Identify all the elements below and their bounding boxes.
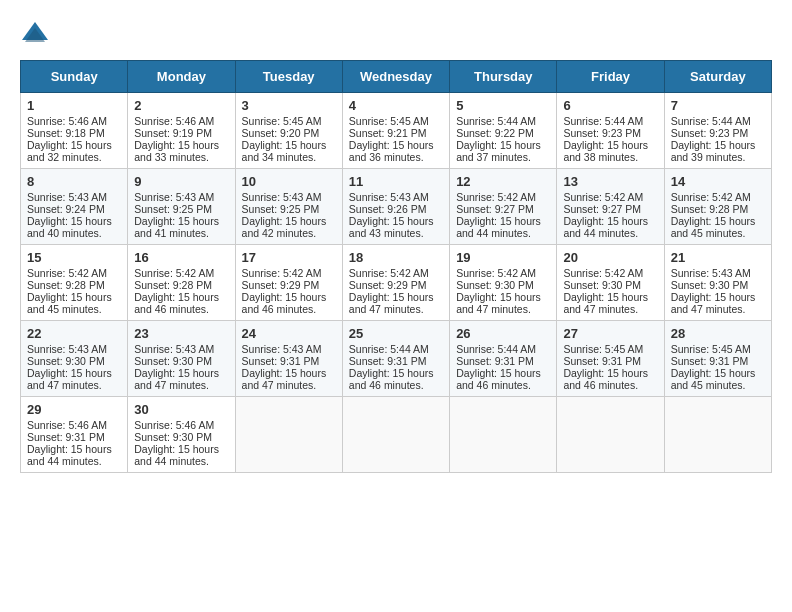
cell-line: Sunrise: 5:44 AM bbox=[456, 343, 550, 355]
cell-line: Daylight: 15 hours bbox=[134, 443, 228, 455]
cell-line: Sunset: 9:27 PM bbox=[456, 203, 550, 215]
cell-line: and 45 minutes. bbox=[27, 303, 121, 315]
cell-line: and 44 minutes. bbox=[27, 455, 121, 467]
cell-line: Sunset: 9:24 PM bbox=[27, 203, 121, 215]
cell-line: Sunrise: 5:45 AM bbox=[349, 115, 443, 127]
cell-line: Sunset: 9:30 PM bbox=[456, 279, 550, 291]
cell-line: Sunset: 9:25 PM bbox=[242, 203, 336, 215]
day-number: 26 bbox=[456, 326, 550, 341]
cell-line: Sunrise: 5:44 AM bbox=[456, 115, 550, 127]
cell-line: and 44 minutes. bbox=[134, 455, 228, 467]
cell-line: Sunrise: 5:42 AM bbox=[456, 191, 550, 203]
cell-line: Sunrise: 5:44 AM bbox=[671, 115, 765, 127]
logo bbox=[20, 20, 52, 50]
cell-line: Daylight: 15 hours bbox=[563, 139, 657, 151]
day-number: 18 bbox=[349, 250, 443, 265]
cell-line: Daylight: 15 hours bbox=[242, 291, 336, 303]
cell-line: and 36 minutes. bbox=[349, 151, 443, 163]
calendar-cell: 27Sunrise: 5:45 AMSunset: 9:31 PMDayligh… bbox=[557, 321, 664, 397]
day-number: 16 bbox=[134, 250, 228, 265]
column-header-friday: Friday bbox=[557, 61, 664, 93]
calendar-row: 29Sunrise: 5:46 AMSunset: 9:31 PMDayligh… bbox=[21, 397, 772, 473]
cell-line: Sunset: 9:31 PM bbox=[563, 355, 657, 367]
calendar-cell: 6Sunrise: 5:44 AMSunset: 9:23 PMDaylight… bbox=[557, 93, 664, 169]
cell-line: Daylight: 15 hours bbox=[27, 215, 121, 227]
day-number: 12 bbox=[456, 174, 550, 189]
cell-line: Sunset: 9:31 PM bbox=[27, 431, 121, 443]
calendar-cell: 16Sunrise: 5:42 AMSunset: 9:28 PMDayligh… bbox=[128, 245, 235, 321]
calendar-cell bbox=[664, 397, 771, 473]
cell-line: and 41 minutes. bbox=[134, 227, 228, 239]
cell-line: Sunset: 9:22 PM bbox=[456, 127, 550, 139]
calendar-cell: 4Sunrise: 5:45 AMSunset: 9:21 PMDaylight… bbox=[342, 93, 449, 169]
cell-line: and 34 minutes. bbox=[242, 151, 336, 163]
cell-line: Daylight: 15 hours bbox=[671, 215, 765, 227]
cell-line: Sunset: 9:30 PM bbox=[27, 355, 121, 367]
calendar-cell: 29Sunrise: 5:46 AMSunset: 9:31 PMDayligh… bbox=[21, 397, 128, 473]
calendar-cell: 25Sunrise: 5:44 AMSunset: 9:31 PMDayligh… bbox=[342, 321, 449, 397]
calendar-cell: 13Sunrise: 5:42 AMSunset: 9:27 PMDayligh… bbox=[557, 169, 664, 245]
cell-line: Daylight: 15 hours bbox=[134, 139, 228, 151]
day-number: 25 bbox=[349, 326, 443, 341]
calendar-cell bbox=[557, 397, 664, 473]
cell-line: Sunrise: 5:45 AM bbox=[242, 115, 336, 127]
calendar-row: 8Sunrise: 5:43 AMSunset: 9:24 PMDaylight… bbox=[21, 169, 772, 245]
cell-line: Daylight: 15 hours bbox=[349, 215, 443, 227]
day-number: 20 bbox=[563, 250, 657, 265]
cell-line: Sunrise: 5:43 AM bbox=[671, 267, 765, 279]
day-number: 17 bbox=[242, 250, 336, 265]
calendar-table: SundayMondayTuesdayWednesdayThursdayFrid… bbox=[20, 60, 772, 473]
calendar-cell: 7Sunrise: 5:44 AMSunset: 9:23 PMDaylight… bbox=[664, 93, 771, 169]
cell-line: Daylight: 15 hours bbox=[134, 367, 228, 379]
cell-line: Daylight: 15 hours bbox=[134, 215, 228, 227]
cell-line: Sunrise: 5:43 AM bbox=[242, 191, 336, 203]
cell-line: and 39 minutes. bbox=[671, 151, 765, 163]
cell-line: Daylight: 15 hours bbox=[349, 291, 443, 303]
cell-line: Sunrise: 5:46 AM bbox=[27, 115, 121, 127]
cell-line: Sunrise: 5:42 AM bbox=[456, 267, 550, 279]
cell-line: Sunset: 9:21 PM bbox=[349, 127, 443, 139]
calendar-cell bbox=[450, 397, 557, 473]
cell-line: Daylight: 15 hours bbox=[456, 215, 550, 227]
cell-line: Sunrise: 5:46 AM bbox=[134, 419, 228, 431]
day-number: 3 bbox=[242, 98, 336, 113]
cell-line: Daylight: 15 hours bbox=[242, 367, 336, 379]
cell-line: Sunset: 9:31 PM bbox=[671, 355, 765, 367]
cell-line: Daylight: 15 hours bbox=[134, 291, 228, 303]
calendar-cell: 1Sunrise: 5:46 AMSunset: 9:18 PMDaylight… bbox=[21, 93, 128, 169]
cell-line: Sunset: 9:19 PM bbox=[134, 127, 228, 139]
calendar-row: 1Sunrise: 5:46 AMSunset: 9:18 PMDaylight… bbox=[21, 93, 772, 169]
calendar-cell: 8Sunrise: 5:43 AMSunset: 9:24 PMDaylight… bbox=[21, 169, 128, 245]
day-number: 24 bbox=[242, 326, 336, 341]
day-number: 9 bbox=[134, 174, 228, 189]
cell-line: and 45 minutes. bbox=[671, 227, 765, 239]
calendar-cell: 10Sunrise: 5:43 AMSunset: 9:25 PMDayligh… bbox=[235, 169, 342, 245]
cell-line: Sunrise: 5:45 AM bbox=[563, 343, 657, 355]
cell-line: and 37 minutes. bbox=[456, 151, 550, 163]
cell-line: Sunset: 9:30 PM bbox=[563, 279, 657, 291]
cell-line: Sunset: 9:30 PM bbox=[671, 279, 765, 291]
cell-line: Sunrise: 5:43 AM bbox=[134, 343, 228, 355]
cell-line: Sunset: 9:28 PM bbox=[27, 279, 121, 291]
cell-line: and 47 minutes. bbox=[134, 379, 228, 391]
calendar-cell: 2Sunrise: 5:46 AMSunset: 9:19 PMDaylight… bbox=[128, 93, 235, 169]
cell-line: Sunset: 9:20 PM bbox=[242, 127, 336, 139]
cell-line: and 46 minutes. bbox=[134, 303, 228, 315]
cell-line: Sunset: 9:31 PM bbox=[242, 355, 336, 367]
calendar-cell: 24Sunrise: 5:43 AMSunset: 9:31 PMDayligh… bbox=[235, 321, 342, 397]
cell-line: Sunrise: 5:46 AM bbox=[27, 419, 121, 431]
cell-line: Sunset: 9:29 PM bbox=[349, 279, 443, 291]
cell-line: and 46 minutes. bbox=[456, 379, 550, 391]
day-number: 13 bbox=[563, 174, 657, 189]
calendar-cell: 26Sunrise: 5:44 AMSunset: 9:31 PMDayligh… bbox=[450, 321, 557, 397]
day-number: 19 bbox=[456, 250, 550, 265]
cell-line: Sunrise: 5:42 AM bbox=[134, 267, 228, 279]
cell-line: Daylight: 15 hours bbox=[242, 215, 336, 227]
day-number: 23 bbox=[134, 326, 228, 341]
day-number: 28 bbox=[671, 326, 765, 341]
day-number: 30 bbox=[134, 402, 228, 417]
calendar-cell: 12Sunrise: 5:42 AMSunset: 9:27 PMDayligh… bbox=[450, 169, 557, 245]
cell-line: Sunset: 9:27 PM bbox=[563, 203, 657, 215]
calendar-cell bbox=[342, 397, 449, 473]
cell-line: Sunset: 9:29 PM bbox=[242, 279, 336, 291]
